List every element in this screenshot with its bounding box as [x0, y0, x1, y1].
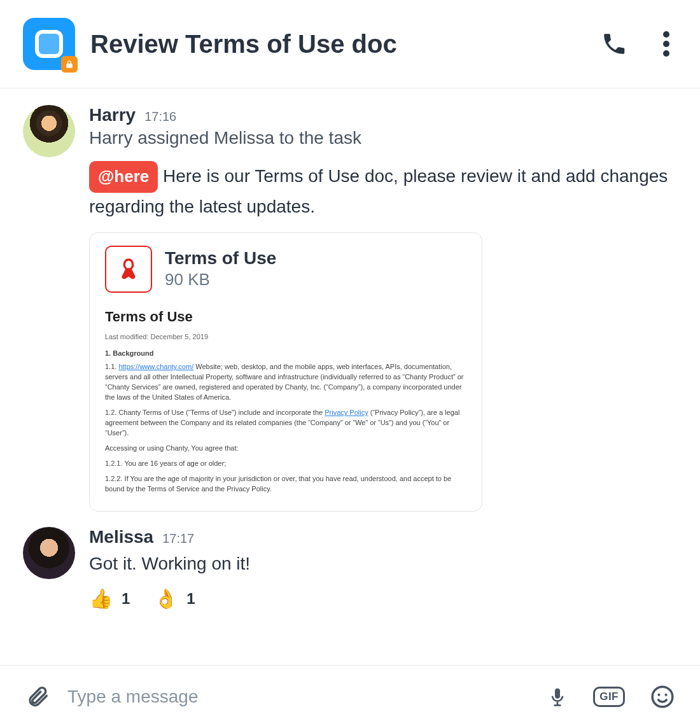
more-button[interactable] [663, 31, 669, 57]
preview-meta: Last modified: December 5, 2019 [105, 332, 466, 342]
message-body: Melissa 17:17 Got it. Working on it! 👍 1… [89, 527, 677, 610]
preview-paragraph: 1.2.2. If You are the age of majority in… [105, 474, 466, 494]
file-name: Terms of Use [165, 248, 276, 269]
reaction-count: 1 [122, 590, 130, 608]
svg-point-2 [663, 50, 669, 57]
message: Harry 17:16 Harry assigned Melissa to th… [23, 105, 677, 512]
reaction-count: 1 [186, 590, 195, 608]
preview-title: Terms of Use [105, 307, 466, 327]
message-text: Got it. Working on it! [89, 550, 677, 577]
message-composer: GIF [0, 665, 700, 728]
message-text-content: Here is our Terms of Use doc, please rev… [89, 166, 668, 216]
chat-window: Review Terms of Use doc Harry 17:16 Harr… [0, 0, 700, 728]
channel-title: Review Terms of Use doc [90, 30, 585, 59]
gif-icon: GIF [593, 687, 625, 707]
thumbs-up-icon: 👍 [89, 587, 113, 610]
call-button[interactable] [601, 31, 627, 57]
reaction[interactable]: 👌 1 [154, 587, 195, 610]
paperclip-icon [25, 685, 50, 709]
preview-text: 1.1. [105, 363, 118, 370]
chat-header: Review Terms of Use doc [0, 0, 700, 88]
reaction[interactable]: 👍 1 [89, 587, 130, 610]
preview-link[interactable]: https://www.chanty.com/ [118, 363, 193, 370]
smiley-icon [650, 685, 675, 709]
channel-icon-inner [35, 30, 63, 58]
message-time: 17:17 [162, 531, 194, 546]
message-header: Harry 17:16 [89, 105, 677, 125]
channel-icon[interactable] [23, 18, 75, 70]
message: Melissa 17:17 Got it. Working on it! 👍 1… [23, 527, 677, 610]
message-body: Harry 17:16 Harry assigned Melissa to th… [89, 105, 677, 512]
attach-button[interactable] [25, 685, 50, 709]
svg-rect-3 [557, 702, 559, 704]
avatar[interactable] [23, 105, 75, 157]
ok-hand-icon: 👌 [154, 587, 178, 610]
preview-paragraph: 1.2.1. You are 16 years of age or older; [105, 459, 466, 469]
composer-actions: GIF [547, 685, 675, 709]
emoji-button[interactable] [650, 685, 675, 709]
pdf-icon [105, 246, 152, 293]
microphone-icon [547, 685, 568, 709]
preview-paragraph: 1.2. Chanty Terms of Use (“Terms of Use”… [105, 408, 466, 438]
preview-paragraph: 1.1. https://www.chanty.com/ Website; we… [105, 362, 466, 403]
header-actions [601, 31, 677, 57]
preview-link[interactable]: Privacy Policy [325, 409, 368, 416]
reactions-row: 👍 1 👌 1 [89, 587, 677, 610]
file-size: 90 KB [165, 270, 276, 290]
attachment-header: Terms of Use 90 KB [105, 246, 466, 293]
avatar[interactable] [23, 527, 75, 579]
message-text: @here Here is our Terms of Use doc, plea… [89, 161, 677, 221]
voice-button[interactable] [547, 685, 568, 709]
mention-here-badge[interactable]: @here [89, 161, 158, 193]
message-time: 17:16 [144, 109, 176, 124]
attachment-preview: Terms of Use Last modified: December 5, … [105, 307, 466, 494]
preview-heading: 1. Background [105, 349, 466, 359]
lock-icon [61, 56, 78, 73]
svg-point-0 [663, 31, 669, 38]
preview-paragraph: Accessing or using Chanty, You agree tha… [105, 444, 466, 454]
gif-button[interactable]: GIF [593, 687, 625, 707]
phone-icon [601, 31, 627, 57]
svg-rect-4 [554, 704, 561, 706]
svg-point-6 [657, 694, 660, 696]
message-input[interactable] [67, 687, 529, 707]
svg-point-5 [652, 687, 673, 707]
file-info: Terms of Use 90 KB [165, 248, 276, 290]
svg-point-7 [664, 694, 667, 696]
svg-point-1 [663, 41, 669, 47]
system-message: Harry assigned Melissa to the task [89, 128, 677, 148]
message-author[interactable]: Harry [89, 105, 136, 125]
preview-text: 1.2. Chanty Terms of Use (“Terms of Use”… [105, 409, 325, 416]
messages-list[interactable]: Harry 17:16 Harry assigned Melissa to th… [0, 88, 700, 665]
message-author[interactable]: Melissa [89, 527, 153, 547]
attachment-card[interactable]: Terms of Use 90 KB Terms of Use Last mod… [89, 232, 482, 512]
more-vertical-icon [663, 31, 669, 57]
message-header: Melissa 17:17 [89, 527, 677, 547]
